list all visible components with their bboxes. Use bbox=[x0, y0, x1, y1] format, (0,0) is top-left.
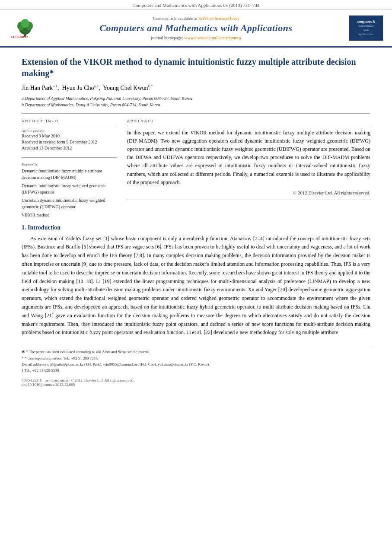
keyword-1: Dynamic intuitionistic fuzzy multiple at… bbox=[22, 168, 117, 181]
sciverse-bar: Contents lists available at SciVerse Sci… bbox=[48, 16, 344, 21]
keyword-2: Dynamic intuitionistic fuzzy weighted ge… bbox=[22, 182, 117, 195]
affiliations: a Department of Applied Mathematics, Puk… bbox=[22, 95, 370, 108]
right-col: Abstract In this paper, we extend the VI… bbox=[127, 119, 370, 218]
received-date: Received 9 May 2010 bbox=[22, 133, 117, 139]
affiliation-b: b Department of Mathematics, Dong-A Univ… bbox=[22, 102, 370, 108]
paper-title: Extension of the VIKOR method to dynamic… bbox=[22, 56, 370, 79]
accepted-date: Accepted 13 December 2012 bbox=[22, 145, 117, 151]
doi-line: doi:10.1016/j.camwa.2012.12.008 bbox=[22, 382, 370, 387]
article-info-abstract: Article Info Article history: Received 9… bbox=[22, 119, 370, 218]
keywords-section: Keywords: Dynamic intuitionistic fuzzy m… bbox=[22, 162, 117, 218]
affiliation-a: a Department of Applied Mathematics, Puk… bbox=[22, 95, 370, 102]
footnote-tel: 1 Tel.: +82 51 629 5530. bbox=[22, 367, 370, 373]
abstract-section: In this paper, we extend the VIKOR metho… bbox=[127, 126, 370, 200]
abstract-copyright: © 2012 Elsevier Ltd. All rights reserved… bbox=[127, 190, 370, 195]
journal-citation: Computers and Mathematics with Applicati… bbox=[132, 3, 259, 8]
footnotes: ✱ * The paper has been evaluated accordi… bbox=[22, 346, 370, 374]
author-3: Young Chel Kwunb,* bbox=[103, 85, 153, 91]
bottom-meta: 0898-1221/$ – see front matter © 2012 El… bbox=[22, 378, 370, 387]
divider-1 bbox=[22, 113, 370, 114]
svg-point-5 bbox=[21, 19, 29, 28]
journal-header: ELSEVIER Contents lists available at Sci… bbox=[0, 10, 392, 48]
keyword-3: Uncertain dynamic intuitionistic fuzzy w… bbox=[22, 197, 117, 210]
journal-title: Computers and Mathematics with Applicati… bbox=[48, 22, 344, 34]
article-info-box: Article history: Received 9 May 2010 Rec… bbox=[22, 126, 117, 158]
article-history: Article history: Received 9 May 2010 Rec… bbox=[22, 129, 117, 151]
issn-line: 0898-1221/$ – see front matter © 2012 El… bbox=[22, 378, 370, 382]
svg-text:ELSEVIER: ELSEVIER bbox=[11, 35, 28, 39]
intro-paragraph: As extension of Zadeh's fuzzy set [1] wh… bbox=[22, 235, 370, 338]
revised-date: Received in revised form 9 December 2012 bbox=[22, 139, 117, 145]
header-center: Contents lists available at SciVerse Sci… bbox=[48, 16, 344, 40]
homepage-link[interactable]: www.elsevier.com/locate/camwa bbox=[184, 35, 241, 40]
abstract-heading: Abstract bbox=[127, 119, 370, 123]
footnote-star2: * * Corresponding author. Tel.: +82 51 2… bbox=[22, 355, 370, 361]
author-2: Hyun Ju Choa,1, bbox=[62, 85, 102, 91]
corner-logo: computers & mathematics with application… bbox=[349, 15, 383, 41]
journal-citation-bar: Computers and Mathematics with Applicati… bbox=[0, 0, 392, 10]
authors-line: Jin Han Parka,1, Hyun Ju Choa,1, Young C… bbox=[22, 84, 370, 92]
main-content: Extension of the VIKOR method to dynamic… bbox=[0, 48, 392, 395]
abstract-text: In this paper, we extend the VIKOR metho… bbox=[127, 129, 370, 187]
keywords-label: Keywords: bbox=[22, 162, 117, 166]
history-label: Article history: bbox=[22, 129, 117, 133]
article-info-heading: Article Info bbox=[22, 119, 117, 123]
footnote-emails: E-mail addresses: jihjpark@pkmu.ac.kr (J… bbox=[22, 361, 370, 367]
introduction-section: 1. Introduction As extension of Zadeh's … bbox=[22, 224, 370, 338]
elsevier-logo: ELSEVIER bbox=[9, 14, 43, 42]
keyword-4: VIKOR method bbox=[22, 212, 117, 218]
sciverse-link[interactable]: SciVerse ScienceDirect bbox=[198, 16, 239, 21]
footnote-star1: ✱ * The paper has been evaluated accordi… bbox=[22, 349, 370, 355]
author-1: Jin Han Parka,1, bbox=[22, 85, 61, 91]
left-col: Article Info Article history: Received 9… bbox=[22, 119, 117, 218]
homepage-bar: journal homepage: www.elsevier.com/locat… bbox=[48, 35, 344, 40]
intro-title: 1. Introduction bbox=[22, 224, 370, 231]
